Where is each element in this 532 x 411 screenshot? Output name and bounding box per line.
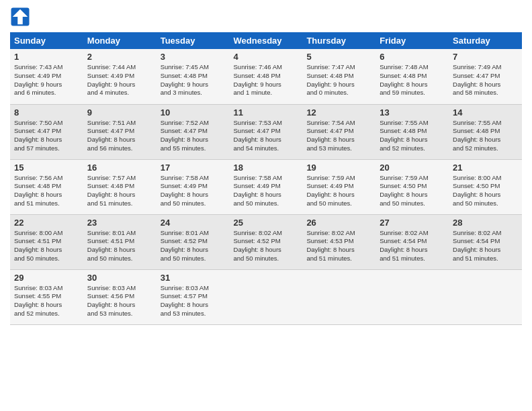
day-info-line: and 53 minutes. [161,310,226,318]
day-info-line: Sunset: 4:48 PM [14,182,79,191]
day-number: 22 [14,218,79,228]
day-info-line: and 52 minutes. [14,310,79,318]
calendar-cell: 16Sunrise: 7:57 AMSunset: 4:48 PMDayligh… [83,159,157,214]
calendar-cell: 5Sunrise: 7:47 AMSunset: 4:48 PMDaylight… [302,49,375,104]
day-info-line: Sunrise: 7:50 AM [14,119,79,128]
day-number: 8 [14,107,79,118]
day-number: 17 [161,163,226,173]
col-header-sunday: Sunday [10,32,83,49]
day-info-line: Sunset: 4:50 PM [380,182,445,191]
day-info-line: Sunset: 4:55 PM [14,292,79,301]
day-info-line: Daylight: 8 hours [306,246,371,255]
day-info-line: and 55 minutes. [161,144,226,153]
day-info-line: Sunset: 4:49 PM [306,182,371,191]
day-info-line: Sunrise: 7:46 AM [234,63,299,72]
day-info-line: Daylight: 8 hours [87,301,152,310]
day-info-line: Daylight: 8 hours [234,136,299,144]
day-number: 29 [14,273,79,283]
day-info-line: Sunrise: 7:55 AM [453,119,518,128]
day-info-line: Sunset: 4:51 PM [87,237,152,246]
day-info-line: Sunrise: 8:03 AM [14,284,79,293]
day-info-line: and 51 minutes. [453,255,518,263]
day-number: 21 [453,163,518,173]
day-info-line: Sunrise: 8:01 AM [161,229,226,238]
day-info-line: Sunset: 4:50 PM [453,182,518,191]
col-header-thursday: Thursday [302,32,375,49]
day-info-line: Sunrise: 7:53 AM [234,119,299,128]
day-info-line: and 59 minutes. [380,89,445,97]
day-info-line: Daylight: 8 hours [453,246,518,255]
day-info-line: Daylight: 8 hours [380,136,445,144]
day-info-line: Daylight: 8 hours [161,191,226,199]
calendar-cell: 23Sunrise: 8:01 AMSunset: 4:51 PMDayligh… [83,214,157,269]
day-number: 4 [234,52,299,62]
col-header-saturday: Saturday [449,32,522,49]
calendar-cell [230,269,303,324]
day-number: 18 [234,163,299,173]
calendar-cell: 20Sunrise: 7:59 AMSunset: 4:50 PMDayligh… [375,159,449,214]
calendar-cell: 19Sunrise: 7:59 AMSunset: 4:49 PMDayligh… [302,159,375,214]
day-info-line: Sunset: 4:48 PM [306,72,371,81]
day-info-line: Daylight: 8 hours [14,301,79,310]
day-info-line: Sunrise: 7:56 AM [14,174,79,183]
calendar-cell: 13Sunrise: 7:55 AMSunset: 4:48 PMDayligh… [375,104,449,159]
day-info-line: Sunset: 4:49 PM [161,182,226,191]
day-info-line: Daylight: 8 hours [14,246,79,255]
day-info-line: Sunset: 4:48 PM [87,182,152,191]
day-info-line: Daylight: 8 hours [380,81,445,89]
day-info-line: and 50 minutes. [453,199,518,208]
day-info-line: Sunset: 4:48 PM [234,72,299,81]
day-info-line: Sunrise: 8:03 AM [87,284,152,293]
day-number: 11 [234,107,299,118]
day-info-line: Sunrise: 8:02 AM [453,229,518,238]
calendar-cell: 9Sunrise: 7:51 AMSunset: 4:47 PMDaylight… [83,104,157,159]
calendar-cell: 21Sunrise: 8:00 AMSunset: 4:50 PMDayligh… [449,159,522,214]
calendar-cell: 27Sunrise: 8:02 AMSunset: 4:54 PMDayligh… [375,214,449,269]
day-info-line: and 51 minutes. [87,199,152,208]
day-info-line: Sunrise: 8:03 AM [161,284,226,293]
day-info-line: Daylight: 9 hours [87,81,152,89]
calendar-cell: 15Sunrise: 7:56 AMSunset: 4:48 PMDayligh… [10,159,83,214]
calendar-cell: 4Sunrise: 7:46 AMSunset: 4:48 PMDaylight… [230,49,303,104]
day-info-line: Sunrise: 8:00 AM [453,174,518,183]
day-info-line: Sunrise: 8:02 AM [306,229,371,238]
day-info-line: Sunrise: 7:55 AM [380,119,445,128]
day-number: 23 [87,218,152,228]
calendar-cell: 18Sunrise: 7:58 AMSunset: 4:49 PMDayligh… [230,159,303,214]
day-info-line: Sunset: 4:53 PM [306,237,371,246]
day-info-line: and 56 minutes. [87,144,152,153]
calendar-cell: 8Sunrise: 7:50 AMSunset: 4:47 PMDaylight… [10,104,83,159]
day-info-line: Daylight: 8 hours [14,191,79,199]
day-info-line: Sunset: 4:47 PM [161,127,226,136]
calendar-cell: 14Sunrise: 7:55 AMSunset: 4:48 PMDayligh… [449,104,522,159]
day-info-line: Daylight: 9 hours [161,81,226,89]
day-info-line: Daylight: 9 hours [14,81,79,89]
day-number: 7 [453,52,518,62]
day-info-line: and 51 minutes. [380,255,445,263]
day-info-line: and 51 minutes. [14,199,79,208]
calendar-cell: 22Sunrise: 8:00 AMSunset: 4:51 PMDayligh… [10,214,83,269]
logo [10,7,33,27]
calendar-cell: 7Sunrise: 7:49 AMSunset: 4:47 PMDaylight… [449,49,522,104]
calendar-cell [302,269,375,324]
day-info-line: Daylight: 8 hours [234,246,299,255]
day-info-line: Sunrise: 7:45 AM [161,63,226,72]
col-header-monday: Monday [83,32,157,49]
day-number: 27 [380,218,445,228]
day-info-line: Daylight: 8 hours [306,191,371,199]
day-info-line: Daylight: 8 hours [161,136,226,144]
calendar-cell: 31Sunrise: 8:03 AMSunset: 4:57 PMDayligh… [157,269,230,324]
calendar-cell: 26Sunrise: 8:02 AMSunset: 4:53 PMDayligh… [302,214,375,269]
calendar-cell: 2Sunrise: 7:44 AMSunset: 4:49 PMDaylight… [83,49,157,104]
day-info-line: and 50 minutes. [14,255,79,263]
day-number: 20 [380,163,445,173]
day-info-line: Daylight: 8 hours [87,191,152,199]
calendar-cell: 25Sunrise: 8:02 AMSunset: 4:52 PMDayligh… [230,214,303,269]
day-number: 10 [161,107,226,118]
day-info-line: Sunset: 4:47 PM [453,72,518,81]
day-info-line: and 50 minutes. [306,199,371,208]
day-info-line: Sunset: 4:52 PM [234,237,299,246]
day-info-line: Sunrise: 7:57 AM [87,174,152,183]
day-info-line: Sunrise: 7:52 AM [161,119,226,128]
day-info-line: Sunrise: 7:44 AM [87,63,152,72]
